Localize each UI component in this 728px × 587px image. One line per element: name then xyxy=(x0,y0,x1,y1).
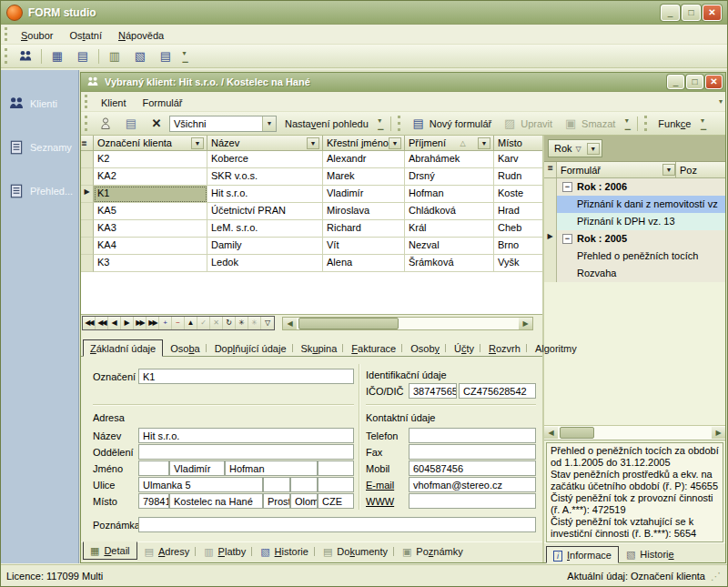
dic-field[interactable]: CZ475628542 xyxy=(459,383,536,399)
edit-form-button[interactable]: ▨ Upravit xyxy=(498,114,557,134)
nav-prior-icon[interactable]: ◀ xyxy=(108,317,121,329)
table-row[interactable]: K3LedokAlenaŠrámkováVyšk xyxy=(81,255,542,272)
table-cell[interactable]: Hrad xyxy=(494,203,542,220)
tab-doplujcdaje[interactable]: Doplňující údaje xyxy=(207,339,294,356)
table-row[interactable]: ▶K1Hit s.r.o.VladimírHofmanKoste xyxy=(81,186,542,203)
clients-toolbar-button[interactable] xyxy=(14,46,37,66)
table-row[interactable]: KA4DamilyVítNezvalBrno xyxy=(81,238,542,255)
toolbar-overflow-icon[interactable]: ▾▁ xyxy=(622,112,632,135)
column-header-2[interactable]: Název▼ xyxy=(207,136,323,151)
sidebar-item-klienti[interactable]: Klienti xyxy=(1,90,78,117)
table-row[interactable]: KA5Účetnictví PRANMiroslavaChládkováHrad xyxy=(81,203,542,220)
company-name-field[interactable]: Hit s.r.o. xyxy=(138,428,354,443)
scrollbar-thumb[interactable] xyxy=(298,318,399,329)
nav-goto-bookmark-icon[interactable]: ✳ xyxy=(248,317,261,329)
column-header-3[interactable]: Křestní jméno▼ xyxy=(323,136,405,151)
nav-first-icon[interactable]: ◀◀ xyxy=(83,317,96,329)
region-field[interactable]: Olom xyxy=(290,493,318,509)
collapse-icon[interactable]: − xyxy=(562,234,572,244)
functions-button[interactable]: Funkce xyxy=(653,116,695,132)
toolbar-overflow-icon[interactable]: ▾▁ xyxy=(376,112,386,135)
client-filter-combo[interactable]: Všichni ▼ xyxy=(169,116,277,132)
table-cell[interactable]: Karv xyxy=(494,151,542,168)
email-link-label[interactable]: E-mail xyxy=(366,480,394,491)
table-cell[interactable]: Vladimír xyxy=(323,186,405,203)
table-cell[interactable]: Miroslava xyxy=(323,203,405,220)
client-close-button[interactable]: ✕ xyxy=(705,75,723,89)
column-header-4[interactable]: Příjmení△▼ xyxy=(405,136,494,151)
phone-field[interactable] xyxy=(409,428,536,443)
title-field[interactable] xyxy=(138,460,169,476)
tab-historie[interactable]: ▧Historie xyxy=(253,542,316,560)
table-cell[interactable]: Abrahámek xyxy=(405,151,494,168)
list-toolbar-button[interactable]: ▤ xyxy=(154,46,177,66)
table-cell[interactable]: Vít xyxy=(323,238,405,255)
district-field[interactable]: Prost xyxy=(263,493,290,509)
toolbar-overflow-icon[interactable]: ▾▁ xyxy=(180,45,190,67)
column-dropdown-icon[interactable]: ▼ xyxy=(307,137,319,149)
mobile-field[interactable]: 604587456 xyxy=(409,460,536,476)
table-cell[interactable]: Cheb xyxy=(494,220,542,238)
street-extra2-field[interactable] xyxy=(290,477,318,492)
scroll-left-icon[interactable]: ◀ xyxy=(283,318,297,329)
table-cell[interactable]: Alexandr xyxy=(323,151,405,168)
forms-horizontal-scrollbar[interactable]: ◀ ▶ xyxy=(544,426,725,440)
column-dropdown-icon[interactable]: ▼ xyxy=(478,137,490,149)
street-extra3-field[interactable] xyxy=(318,477,354,492)
table-cell[interactable]: Damily xyxy=(207,238,323,255)
delete-form-button[interactable]: ▣ Smazat xyxy=(559,114,620,134)
designation-field[interactable]: K1 xyxy=(138,369,354,384)
collapse-icon[interactable]: − xyxy=(562,182,572,192)
nav-cancel-icon[interactable]: ✕ xyxy=(210,317,223,329)
print-toolbar-button[interactable]: ▥ xyxy=(103,46,126,66)
toolbar-grip[interactable] xyxy=(398,116,402,132)
street-field[interactable]: Ulmanka 5 xyxy=(138,477,263,492)
add-client-button[interactable] xyxy=(94,114,117,134)
toolbar-grip[interactable] xyxy=(644,116,649,132)
table-cell[interactable]: Šrámková xyxy=(405,255,494,272)
tab-algoritmy[interactable]: Algoritmy xyxy=(528,339,584,356)
minimize-button[interactable]: _ xyxy=(661,5,680,21)
scroll-left-icon[interactable]: ◀ xyxy=(544,427,558,439)
table-cell[interactable]: Koberce xyxy=(207,151,323,168)
table-cell[interactable]: K1 xyxy=(94,186,207,203)
tab-rozvrh[interactable]: Rozvrh xyxy=(481,339,528,356)
client-menu-item-klient[interactable]: Klient xyxy=(93,96,135,110)
table-cell[interactable]: Vyšk xyxy=(494,255,542,272)
table-row[interactable]: KA3LeM. s.r.o.RichardKrálCheb xyxy=(81,220,542,238)
column-header-5[interactable]: Místo xyxy=(494,136,542,151)
note-field[interactable] xyxy=(138,517,536,532)
email-field[interactable]: vhofman@stereo.cz xyxy=(409,477,536,492)
tab-fakturace[interactable]: Fakturace xyxy=(344,339,403,356)
tab-skupina[interactable]: Skupina xyxy=(294,339,345,356)
scrollbar-thumb[interactable] xyxy=(560,427,594,439)
nav-post-icon[interactable]: ✓ xyxy=(197,317,210,329)
table-cell[interactable]: Hit s.r.o. xyxy=(207,186,323,203)
ico-field[interactable]: 38747565 xyxy=(409,383,457,399)
toolbar-grip[interactable] xyxy=(5,27,9,41)
menu-overflow-icon[interactable]: ▾ xyxy=(719,97,723,106)
new-form-button[interactable]: ▤ Nový formulář xyxy=(407,114,496,134)
table-row[interactable]: KA2SKR v.o.s.MarekDrsnýRudn xyxy=(81,168,542,186)
table-cell[interactable]: KA3 xyxy=(94,220,207,238)
scroll-right-icon[interactable]: ▶ xyxy=(519,318,532,329)
column-dropdown-icon[interactable]: ▼ xyxy=(389,137,401,149)
group-by-year-button[interactable]: Rok ▽ ▼ xyxy=(548,139,602,157)
tab-osoba[interactable]: Osoba xyxy=(163,339,207,356)
combo-dropdown-icon[interactable]: ▼ xyxy=(262,116,276,131)
table-cell[interactable]: KA4 xyxy=(94,238,207,255)
street-extra1-field[interactable] xyxy=(263,477,290,492)
sidebar-item-seznamy[interactable]: Seznamy xyxy=(1,134,78,161)
edit-client-button[interactable]: ▤ xyxy=(119,114,143,134)
calculator-toolbar-button[interactable]: ▦ xyxy=(46,46,69,66)
nav-bookmark-icon[interactable]: ✳ xyxy=(236,317,248,329)
menu-item-npovda[interactable]: Nápověda xyxy=(110,28,172,43)
tree-item-row[interactable]: Přiznání k dani z nemovitostí vz xyxy=(544,196,725,213)
nav-edit-icon[interactable]: ▲ xyxy=(185,317,197,329)
toolbar-grip[interactable] xyxy=(5,48,9,65)
table-cell[interactable]: Hofman xyxy=(405,186,494,203)
forms-toolbar-button[interactable]: ▤ xyxy=(71,46,95,66)
toolbar-grip[interactable] xyxy=(85,116,89,132)
column-dropdown-icon[interactable]: ▼ xyxy=(662,164,675,176)
nav-delete-icon[interactable]: − xyxy=(172,317,185,329)
